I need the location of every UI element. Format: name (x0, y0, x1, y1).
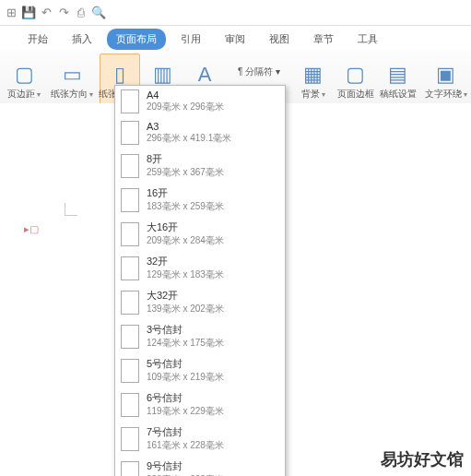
size-6号信封[interactable]: 6号信封119毫米 x 229毫米 (115, 387, 285, 422)
size-5号信封[interactable]: 5号信封109毫米 x 219毫米 (115, 353, 285, 387)
ribbon-分隔符[interactable]: ¶ 分隔符 ▾ (234, 64, 284, 80)
ribbon-稿纸设置[interactable]: ▤稿纸设置 (378, 54, 418, 109)
page-icon (121, 121, 139, 145)
redo-icon[interactable]: ↷ (56, 6, 71, 20)
size-8开[interactable]: 8开259毫米 x 367毫米 (115, 149, 285, 183)
size-16开[interactable]: 16开183毫米 x 259毫米 (115, 183, 285, 217)
watermark: 易坊好文馆 (381, 448, 464, 470)
page-icon (121, 222, 139, 246)
page-icon (121, 154, 139, 178)
menu-页面布局[interactable]: 页面布局 (107, 29, 166, 50)
ribbon-文字环绕[interactable]: ▣文字环绕▾ (426, 54, 466, 109)
menu-审阅[interactable]: 审阅 (216, 29, 254, 50)
page-icon (121, 325, 139, 349)
menu-开始[interactable]: 开始 (18, 29, 57, 50)
ribbon-页面边框[interactable]: ▢页面边框 (336, 54, 376, 109)
ribbon-背景[interactable]: ▦背景▾ (293, 54, 334, 109)
size-7号信封[interactable]: 7号信封161毫米 x 228毫米 (115, 422, 285, 456)
top-toolbar: ⊞ 💾 ↶ ↷ ⎙ 🔍 (0, 0, 471, 26)
page-icon (121, 89, 139, 113)
page-icon (121, 188, 139, 212)
ribbon-页边距[interactable]: ▢页边距▾ (4, 54, 44, 109)
page-icon (121, 291, 139, 315)
size-A4[interactable]: A4209毫米 x 296毫米 (115, 86, 285, 117)
print-icon[interactable]: ⎙ (74, 6, 88, 20)
ribbon-纸张方向[interactable]: ▭纸张方向▾ (52, 54, 92, 109)
menu-引用[interactable]: 引用 (171, 29, 210, 50)
size-A3[interactable]: A3296毫米 x 419.1毫米 (115, 117, 285, 149)
paper-size-dropdown: A4209毫米 x 296毫米A3296毫米 x 419.1毫米8开259毫米 … (114, 85, 286, 476)
page-icon (121, 256, 139, 280)
page-corner (65, 203, 77, 216)
page-icon (121, 461, 139, 477)
outline-icon[interactable]: ▸▢ (24, 223, 39, 235)
menu-bar: 开始插入页面布局引用审阅视图章节工具 (0, 26, 471, 50)
undo-icon[interactable]: ↶ (39, 6, 53, 20)
menu-视图[interactable]: 视图 (260, 29, 299, 50)
menu-章节[interactable]: 章节 (304, 29, 343, 50)
size-3号信封[interactable]: 3号信封124毫米 x 175毫米 (115, 319, 285, 353)
menu-工具[interactable]: 工具 (348, 29, 387, 50)
menu-插入[interactable]: 插入 (63, 29, 101, 50)
page-icon (121, 427, 139, 451)
app-icon[interactable]: ⊞ (4, 6, 18, 20)
page-icon (121, 393, 139, 417)
page-icon (121, 359, 139, 383)
size-9号信封[interactable]: 9号信封228毫米 x 323毫米 (115, 456, 285, 476)
size-大32开[interactable]: 大32开139毫米 x 202毫米 (115, 285, 285, 319)
size-32开[interactable]: 32开129毫米 x 183毫米 (115, 251, 285, 285)
preview-icon[interactable]: 🔍 (91, 6, 106, 20)
save-icon[interactable]: 💾 (21, 6, 36, 20)
size-大16开[interactable]: 大16开209毫米 x 284毫米 (115, 217, 285, 251)
